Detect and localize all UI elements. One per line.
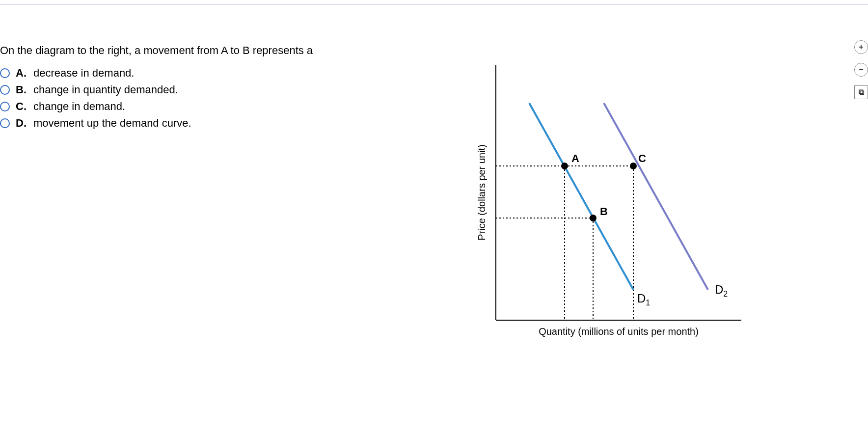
label-d1: D1 (637, 292, 650, 307)
question-prompt: On the diagram to the right, a movement … (0, 44, 422, 57)
option-letter: D. (16, 117, 28, 130)
pop-out-icon[interactable]: ⧉ (854, 85, 868, 99)
option-letter: B. (16, 83, 28, 96)
option-text: change in demand. (33, 100, 125, 112)
label-d2: D2 (715, 283, 728, 298)
label-d1-d: D (637, 292, 646, 305)
option-a[interactable]: A.decrease in demand. (0, 67, 422, 80)
option-label: C.change in demand. (16, 100, 125, 113)
options-list: A.decrease in demand. B.change in quanti… (0, 67, 422, 130)
question-pane: On the diagram to the right, a movement … (0, 29, 422, 403)
label-d2-d: D (715, 283, 723, 296)
option-d[interactable]: D.movement up the demand curve. (0, 117, 422, 130)
d2-curve (604, 103, 708, 290)
zoom-in-icon[interactable]: + (854, 40, 868, 54)
demand-chart-svg: A B C D1 D2 Quantity (millions of units … (476, 45, 761, 350)
option-label: B.change in quantity demanded. (16, 83, 178, 96)
top-divider (0, 0, 868, 5)
option-label: D.movement up the demand curve. (16, 117, 191, 130)
content-row: On the diagram to the right, a movement … (0, 29, 868, 403)
diagram-toolbar: + − ⧉ (854, 40, 868, 99)
radio-b[interactable] (0, 85, 10, 95)
point-a (561, 163, 568, 169)
option-text: movement up the demand curve. (33, 117, 191, 129)
option-text: change in quantity demanded. (33, 83, 178, 96)
point-c (630, 163, 637, 169)
option-letter: C. (16, 100, 28, 113)
radio-a[interactable] (0, 68, 10, 78)
label-d2-sub: 2 (723, 290, 728, 298)
radio-c[interactable] (0, 102, 10, 111)
label-a: A (571, 152, 579, 164)
option-text: decrease in demand. (33, 67, 134, 79)
label-c: C (638, 152, 646, 164)
y-axis-label: Price (dollars per unit) (476, 144, 487, 241)
diagram-pane: + − ⧉ (422, 29, 868, 403)
zoom-out-glyph: − (859, 65, 863, 74)
radio-d[interactable] (0, 118, 10, 128)
option-label: A.decrease in demand. (16, 67, 134, 80)
label-d1-sub: 1 (646, 299, 650, 307)
option-letter: A. (16, 67, 28, 80)
demand-chart: A B C D1 D2 Quantity (millions of units … (476, 45, 761, 352)
d1-curve (529, 103, 633, 290)
option-c[interactable]: C.change in demand. (0, 100, 422, 113)
label-b: B (600, 205, 608, 218)
option-b[interactable]: B.change in quantity demanded. (0, 83, 422, 96)
point-b (590, 215, 597, 221)
zoom-out-icon[interactable]: − (854, 63, 868, 77)
x-axis-label: Quantity (millions of units per month) (539, 326, 699, 337)
zoom-in-glyph: + (859, 43, 863, 52)
pop-out-glyph: ⧉ (859, 88, 864, 97)
